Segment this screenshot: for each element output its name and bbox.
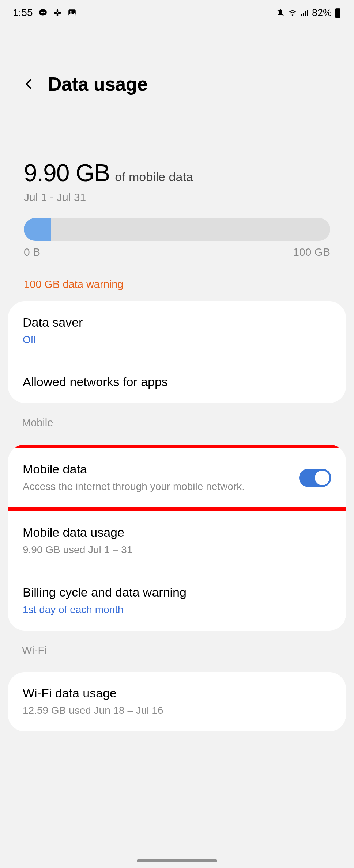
mobile-data-title: Mobile data	[23, 462, 292, 476]
progress-max-label: 100 GB	[293, 246, 330, 258]
gallery-icon	[67, 8, 77, 18]
section-header-mobile: Mobile	[0, 403, 354, 435]
status-bar: 1:55 82%	[0, 0, 354, 26]
row-data-saver[interactable]: Data saver Off	[8, 301, 346, 361]
svg-point-1	[41, 12, 42, 13]
status-left: 1:55	[13, 7, 77, 19]
svg-rect-13	[303, 13, 304, 16]
svg-rect-6	[56, 9, 58, 12]
page-title: Data usage	[48, 73, 147, 95]
settings-group-mobile: Mobile data Access the internet through …	[8, 445, 346, 631]
svg-point-3	[44, 12, 45, 13]
wifi-icon	[288, 8, 297, 18]
data-warning-text: 100 GB data warning	[24, 278, 330, 290]
toggle-knob	[315, 471, 329, 485]
mobile-data-usage-title: Mobile data usage	[23, 525, 331, 540]
svg-rect-5	[58, 12, 61, 14]
progress-min-label: 0 B	[24, 246, 40, 258]
mobile-data-sub: Access the internet through your mobile …	[23, 479, 292, 494]
progress-bar[interactable]	[24, 218, 330, 241]
mobile-data-usage-sub: 9.90 GB used Jul 1 – 31	[23, 542, 331, 557]
row-mobile-data-usage[interactable]: Mobile data usage 9.90 GB used Jul 1 – 3…	[8, 511, 346, 571]
data-saver-title: Data saver	[23, 315, 331, 330]
home-indicator[interactable]	[137, 859, 217, 862]
battery-percent: 82%	[312, 7, 332, 19]
svg-rect-14	[305, 11, 306, 16]
svg-rect-7	[56, 13, 58, 16]
svg-point-9	[70, 11, 71, 13]
row-wifi-data-usage[interactable]: Wi-Fi data usage 12.59 GB used Jun 18 – …	[8, 672, 346, 731]
battery-icon	[335, 8, 341, 18]
messages-icon	[38, 8, 48, 18]
svg-rect-4	[54, 12, 57, 14]
wifi-data-usage-title: Wi-Fi data usage	[23, 686, 331, 700]
usage-summary: 9.90 GB of mobile data Jul 1 - Jul 31 0 …	[0, 102, 354, 290]
back-button[interactable]	[20, 75, 38, 93]
page-header: Data usage	[0, 26, 354, 102]
signal-icon	[300, 8, 309, 17]
highlight-box: Mobile data Access the internet through …	[8, 445, 346, 511]
usage-date-range: Jul 1 - Jul 31	[24, 191, 330, 203]
mobile-data-toggle[interactable]	[299, 469, 331, 487]
svg-point-2	[42, 12, 43, 13]
svg-rect-17	[335, 8, 340, 18]
progress-fill	[24, 218, 51, 241]
row-mobile-data[interactable]: Mobile data Access the internet through …	[8, 448, 346, 507]
svg-rect-12	[301, 14, 302, 16]
billing-cycle-title: Billing cycle and data warning	[23, 585, 331, 599]
row-billing-cycle[interactable]: Billing cycle and data warning 1st day o…	[8, 571, 346, 631]
data-saver-status: Off	[23, 332, 331, 347]
usage-amount: 9.90 GB	[24, 159, 110, 187]
allowed-networks-title: Allowed networks for apps	[23, 375, 331, 389]
usage-suffix: of mobile data	[115, 170, 193, 184]
svg-point-11	[292, 15, 293, 16]
row-allowed-networks[interactable]: Allowed networks for apps	[8, 361, 346, 403]
status-right: 82%	[276, 7, 341, 19]
svg-rect-15	[307, 10, 308, 16]
billing-cycle-sub: 1st day of each month	[23, 602, 331, 617]
slack-icon	[53, 8, 62, 18]
settings-group-wifi: Wi-Fi data usage 12.59 GB used Jun 18 – …	[8, 672, 346, 731]
svg-rect-16	[337, 8, 339, 8]
mute-icon	[276, 8, 285, 17]
section-header-wifi: Wi-Fi	[0, 631, 354, 663]
wifi-data-usage-sub: 12.59 GB used Jun 18 – Jul 16	[23, 703, 331, 717]
settings-group-general: Data saver Off Allowed networks for apps	[8, 301, 346, 403]
usage-progress: 0 B 100 GB	[24, 218, 330, 258]
status-time: 1:55	[13, 7, 33, 19]
